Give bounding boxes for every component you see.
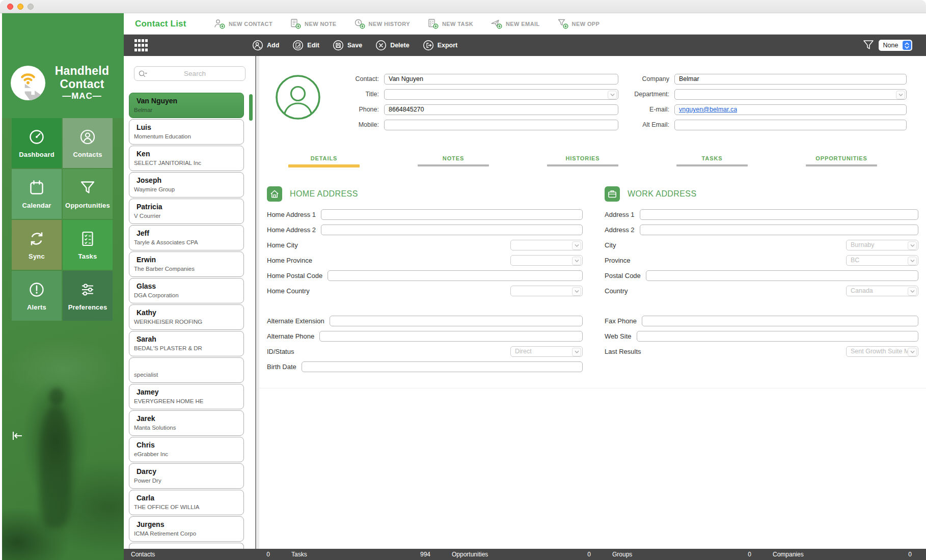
sidebar-item-contacts[interactable]: Contacts	[63, 118, 113, 168]
combo-dropdown-button[interactable]	[572, 287, 581, 296]
search-input[interactable]	[148, 69, 241, 78]
form-row: ProvinceBC	[605, 255, 918, 266]
birth-date-field[interactable]	[302, 361, 583, 372]
province-combobox[interactable]: BC	[846, 255, 918, 266]
edit-button[interactable]: Edit	[292, 40, 319, 51]
address-2-field[interactable]	[640, 225, 918, 235]
alternate-extension-field[interactable]	[330, 316, 583, 326]
contact-company: ICMA Retirement Corpo	[134, 530, 239, 538]
list-item-jarek[interactable]: JarekManta Solutions	[129, 410, 244, 436]
sidebar-item-calendar[interactable]: Calendar	[12, 169, 62, 219]
list-scrollbar-thumb[interactable]	[249, 94, 253, 121]
identity-row: Department:	[586, 89, 907, 100]
tab-tasks[interactable]: TASKS	[647, 155, 777, 167]
list-item[interactable]: specialist	[129, 357, 244, 383]
new-history-button[interactable]: NEW HISTORY	[354, 19, 410, 29]
tab-notes[interactable]: NOTES	[389, 155, 518, 167]
sidebar-item-tasks[interactable]: Tasks	[63, 220, 113, 270]
city-combobox[interactable]: Burnaby	[846, 240, 918, 250]
address-1-field[interactable]	[640, 209, 918, 220]
form-divider	[259, 388, 926, 388]
country-combobox[interactable]: Canada	[846, 286, 918, 296]
list-item-jurgens[interactable]: JurgensICMA Retirement Corpo	[129, 516, 244, 542]
add-button[interactable]: Add	[252, 40, 279, 51]
last-results-combobox[interactable]: Sent Growth Suite M	[846, 346, 918, 357]
combo-dropdown-button[interactable]	[572, 348, 581, 356]
sidebar-item-preferences[interactable]: Preferences	[63, 271, 113, 321]
combo-dropdown-button[interactable]	[572, 257, 581, 265]
list-item-jamey[interactable]: JameyEVERYGREEN HOME HE	[129, 384, 244, 409]
e-mail-field[interactable]: vnguyen@belmar.ca	[674, 104, 907, 115]
toolbar-button-label: Delete	[390, 42, 410, 49]
home-address-2-field[interactable]	[321, 225, 583, 235]
search-box[interactable]	[134, 66, 246, 81]
contact-field[interactable]: Van Nguyen	[384, 74, 618, 85]
new-note-button[interactable]: NEW NOTE	[290, 19, 336, 29]
collapse-sidebar-button[interactable]	[11, 430, 23, 441]
status-label: Companies	[773, 551, 804, 558]
new-task-button[interactable]: NEW TASK	[427, 19, 473, 29]
phone-field[interactable]: 8664845270	[384, 104, 618, 115]
home-city-combobox[interactable]	[510, 240, 583, 250]
delete-button[interactable]: Delete	[375, 40, 410, 51]
fax-phone-field[interactable]	[642, 316, 918, 326]
postal-code-field[interactable]	[646, 270, 918, 281]
action-label: NEW EMAIL	[506, 21, 540, 27]
combo-dropdown-button[interactable]	[908, 257, 917, 265]
list-item-joseph[interactable]: JosephWaymire Group	[129, 172, 244, 198]
company-field[interactable]: Belmar	[674, 74, 907, 85]
sidebar-item-dashboard[interactable]: Dashboard	[12, 118, 62, 168]
export-button[interactable]: Export	[423, 40, 458, 51]
filter-icon[interactable]	[863, 40, 874, 50]
list-item-sarah[interactable]: SarahBEDAL'S PLASTER & DR	[129, 331, 244, 356]
home-address-1-field[interactable]	[321, 209, 583, 220]
list-item-erwin[interactable]: ErwinThe Barber Companies	[129, 251, 244, 277]
sidebar-item-sync[interactable]: Sync	[12, 220, 62, 270]
list-item-luis[interactable]: LuisMomentum Education	[129, 119, 244, 145]
email-link[interactable]: vnguyen@belmar.ca	[679, 106, 737, 113]
combo-dropdown-button[interactable]	[908, 241, 917, 250]
list-item-partial[interactable]	[129, 543, 244, 549]
contact-company: V Courrier	[134, 212, 239, 220]
mobile-field[interactable]	[384, 120, 618, 130]
list-item-darcy[interactable]: DarcyPower Dry	[129, 463, 244, 489]
combo-dropdown-button[interactable]	[896, 91, 905, 99]
home-province-combobox[interactable]	[510, 255, 583, 266]
tab-opportunities[interactable]: OPPORTUNITIES	[777, 155, 906, 167]
alt-email-field[interactable]	[674, 120, 907, 130]
web-site-field[interactable]	[637, 331, 918, 342]
combo-dropdown-button[interactable]	[572, 241, 581, 250]
list-item-van-nguyen[interactable]: Van NguyenBelmar	[129, 93, 244, 118]
save-button[interactable]: Save	[333, 40, 362, 51]
list-item-patricia[interactable]: PatriciaV Courrier	[129, 199, 244, 224]
close-window-button[interactable]	[7, 4, 13, 10]
field-label: Country	[605, 287, 628, 295]
list-item-chris[interactable]: ChriseGrabber Inc	[129, 437, 244, 462]
sidebar-item-opportunities[interactable]: Opportunities	[63, 169, 113, 219]
new-opp-button[interactable]: NEW OPP	[557, 19, 600, 29]
home-country-combobox[interactable]	[510, 286, 583, 296]
zoom-window-button[interactable]	[28, 4, 34, 10]
list-item-jeff[interactable]: JeffTaryle & Associates CPA	[129, 225, 244, 250]
department-field[interactable]	[674, 89, 907, 100]
list-item-kathy[interactable]: KathyWERKHEISER ROOFING	[129, 304, 244, 330]
tab-histories[interactable]: HISTORIES	[518, 155, 647, 167]
list-item-ken[interactable]: KenSELECT JANITORIAL Inc	[129, 146, 244, 171]
combo-dropdown-button[interactable]	[908, 348, 917, 356]
home-postal-code-field[interactable]	[328, 270, 583, 281]
grid-view-button[interactable]	[134, 39, 148, 51]
list-item-carla[interactable]: CarlaTHE OFFICE OF WILLIA	[129, 490, 244, 515]
contact-name: Joseph	[134, 175, 239, 186]
new-email-button[interactable]: NEW EMAIL	[491, 19, 540, 29]
identity-row: Contact:Van Nguyen	[295, 73, 618, 85]
sidebar-item-alerts[interactable]: Alerts	[12, 271, 62, 321]
combo-dropdown-button[interactable]	[908, 287, 917, 296]
tab-details[interactable]: DETAILS	[259, 155, 389, 167]
filter-select[interactable]: None	[879, 40, 912, 51]
title-field[interactable]	[384, 89, 618, 100]
alternate-phone-field[interactable]	[319, 331, 583, 342]
new-contact-button[interactable]: NEW CONTACT	[214, 19, 273, 29]
list-item-glass[interactable]: GlassDGA Corporation	[129, 278, 244, 303]
minimize-window-button[interactable]	[17, 4, 23, 10]
id-status-combobox[interactable]: Direct	[510, 346, 583, 357]
